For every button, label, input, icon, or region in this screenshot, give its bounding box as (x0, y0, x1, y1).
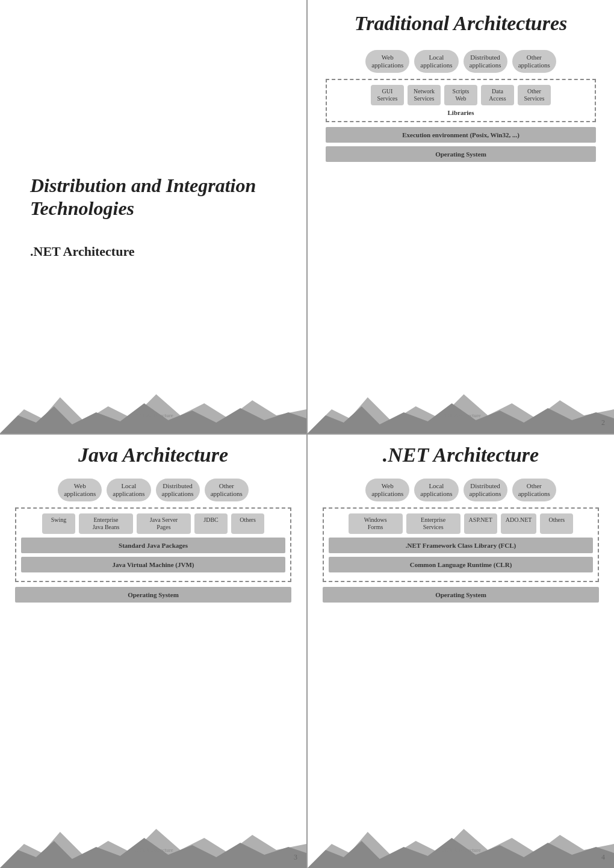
slide4-dashed-box: WindowsForms EnterpriseServices ASP.NET … (323, 507, 599, 582)
slide4-title: .NET Architecture (317, 444, 605, 467)
slide4-oval-other: Otherapplications (512, 479, 556, 501)
oval-distributed: Distributedapplications (464, 50, 507, 73)
cell-others2: Others (540, 513, 573, 534)
cell-enterprise-svc: EnterpriseServices (406, 513, 460, 534)
slide3-os-bar: Operating System (15, 587, 291, 603)
slide2-diagram: Webapplications Localapplications Distri… (320, 47, 602, 421)
slide-4: .NET Architecture Webapplications Locala… (308, 435, 614, 868)
slide1-sub-title: .NET Architecture (30, 244, 294, 259)
slide2-oval-row: Webapplications Localapplications Distri… (326, 50, 596, 73)
slide2-title: Traditional Architectures (320, 12, 602, 35)
std-java-bar: Standard Java Packages (21, 538, 285, 553)
mountain-label-1: .NET Architecture (133, 412, 173, 418)
slide4-oval-row: Webapplications Localapplications Distri… (323, 479, 599, 501)
slide4-oval-dist: Distributedapplications (464, 479, 507, 501)
mountain-label-3: .NET Architecture (133, 847, 173, 853)
cell-other-svc: OtherServices (518, 85, 551, 105)
slide4-number: 4 (601, 853, 605, 862)
jvm-bar: Java Virtual Machine (JVM) (21, 557, 285, 572)
slide3-dashed-box: Swing EnterpriseJava Beans Java ServerPa… (15, 507, 291, 582)
libraries-label: Libraries (332, 109, 590, 116)
mountain-label-4: .NET Architecture (441, 847, 480, 853)
slide4-oval-web: Webapplications (365, 479, 409, 501)
slide4-diagram: Webapplications Localapplications Distri… (317, 479, 605, 859)
slide3-oval-row: Webapplications Localapplications Distri… (15, 479, 291, 501)
slide2-inner-row: GUIServices NetworkServices ScriptsWeb D… (332, 85, 590, 105)
slides-grid: Distribution and Integration Technologie… (0, 0, 614, 868)
cell-aspnet: ASP.NET (464, 513, 497, 534)
slide4-oval-local: Localapplications (414, 479, 458, 501)
exec-env-bar: Execution environment (Posix, Win32, ...… (326, 127, 596, 143)
cell-swing: Swing (42, 513, 75, 534)
slide2-number: 2 (601, 418, 605, 427)
slide3-oval-dist: Distributedapplications (156, 479, 200, 501)
mountain-area-3: .NET Architecture (0, 820, 306, 868)
cell-data: DataAccess (481, 85, 514, 105)
os-bar: Operating System (326, 146, 596, 162)
slide-3: Java Architecture Webapplications Locala… (0, 435, 306, 868)
slide3-title: Java Architecture (9, 444, 297, 467)
mountain-area-4: .NET Architecture (308, 820, 614, 868)
slide3-diagram: Webapplications Localapplications Distri… (9, 479, 297, 859)
slide3-oval-web: Webapplications (58, 479, 102, 501)
mountain-label-2: .NET Architecture (441, 412, 480, 418)
slide3-oval-local: Localapplications (107, 479, 150, 501)
slide2-dashed-box: GUIServices NetworkServices ScriptsWeb D… (326, 79, 596, 122)
cell-adonet: ADO.NET (501, 513, 537, 534)
slide-2: Traditional Architectures Webapplication… (308, 0, 614, 433)
cell-gui: GUIServices (371, 85, 404, 105)
mountain-area-2: .NET Architecture (308, 385, 614, 433)
oval-local: Localapplications (414, 50, 458, 73)
cell-jdbc: JDBC (194, 513, 228, 534)
slide3-number: 3 (294, 853, 297, 862)
oval-other: Otherapplications (512, 50, 556, 73)
slide3-oval-other: Otherapplications (205, 479, 249, 501)
cell-winforms: WindowsForms (349, 513, 403, 534)
cell-jsp: Java ServerPages (137, 513, 191, 534)
oval-web: Webapplications (365, 50, 409, 73)
slide4-inner-row: WindowsForms EnterpriseServices ASP.NET … (329, 513, 593, 534)
cell-others: Others (231, 513, 264, 534)
slide4-os-bar: Operating System (323, 587, 599, 603)
fcl-bar: .NET Framework Class Library (FCL) (329, 538, 593, 553)
cell-network: NetworkServices (408, 85, 441, 105)
cell-scripts: ScriptsWeb (444, 85, 477, 105)
slide-1: Distribution and Integration Technologie… (0, 0, 306, 433)
mountain-area-1: .NET Architecture (0, 385, 306, 433)
cell-ejb: EnterpriseJava Beans (79, 513, 133, 534)
slide3-inner-row: Swing EnterpriseJava Beans Java ServerPa… (21, 513, 285, 534)
slide1-main-title: Distribution and Integration Technologie… (30, 174, 294, 220)
clr-bar: Common Language Runtime (CLR) (329, 557, 593, 572)
